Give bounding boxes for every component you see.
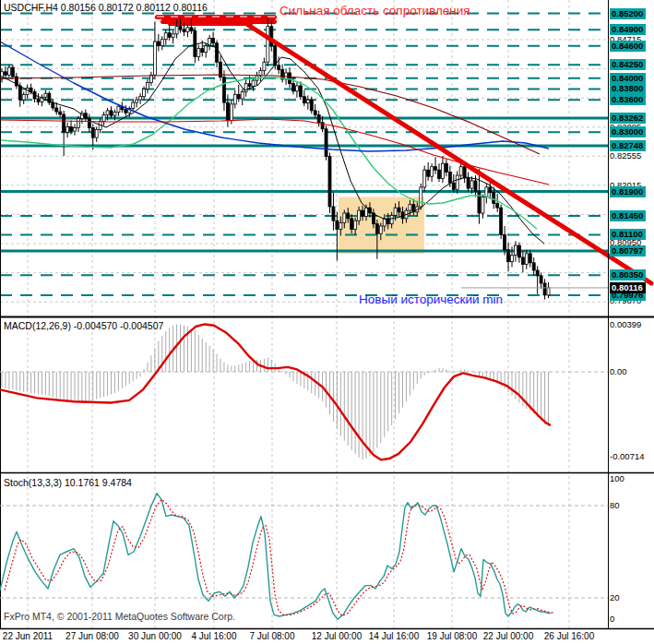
candle-body (274, 46, 277, 66)
candle-body (91, 128, 94, 138)
candle-body (292, 84, 295, 91)
candle-body (161, 40, 163, 46)
candle-body (52, 102, 54, 108)
candle-body (504, 234, 506, 249)
candle-body (95, 129, 98, 137)
stoch-axis-label: 0 (610, 614, 614, 625)
candle-body (448, 173, 451, 184)
candle-body (547, 288, 550, 295)
time-tick-label: 22 Jul 00:00 (475, 631, 541, 641)
candle-body (431, 167, 434, 177)
candle-body (438, 170, 441, 178)
candle-body (143, 89, 146, 96)
candle-body (493, 193, 495, 204)
macd-axis-label: -0.00714 (610, 451, 645, 462)
candle-body (259, 71, 262, 76)
candle-body (536, 270, 539, 276)
candle-body (328, 157, 331, 207)
candle-body (222, 78, 225, 102)
candle-body (110, 111, 113, 115)
candle-body (201, 49, 204, 53)
candle-body (379, 226, 382, 233)
candle-body (470, 181, 473, 188)
candle-body (59, 112, 62, 114)
resistance-annotation[interactable]: Сильная область сопротивления (279, 4, 470, 18)
candle-body (252, 80, 255, 86)
candle-body (117, 106, 120, 112)
price-level-label: 0.83600 (610, 94, 646, 105)
current-price-label: 0.80116 (610, 282, 646, 293)
candle-body (339, 223, 342, 230)
candle-body (336, 221, 339, 229)
candle-body (136, 100, 138, 102)
time-tick-label: 14 Jul 16:00 (361, 631, 427, 641)
candle-body (70, 126, 73, 131)
candle-body (482, 197, 484, 213)
candle-body (190, 28, 193, 31)
candle-body (186, 28, 189, 32)
price-level-label: 0.80797 (610, 245, 646, 256)
candle-body (197, 49, 200, 57)
price-level-label: 0.81100 (610, 229, 646, 240)
candle-body (351, 219, 353, 230)
candle-body (216, 43, 219, 62)
candle-body (314, 111, 316, 115)
candle-body (398, 208, 400, 212)
candle-body (113, 113, 116, 116)
candle-body (74, 128, 77, 132)
candle-body (44, 93, 47, 97)
new-min-annotation[interactable]: Новый исторический min (359, 292, 503, 306)
candle-body (77, 119, 79, 128)
candle-body (22, 94, 25, 100)
price-level-label: 0.83262 (610, 113, 646, 124)
candle-body (179, 27, 182, 30)
stoch-axis-label: 20 (610, 592, 620, 603)
time-tick-label: 30 Jun 00:00 (122, 631, 188, 641)
stoch-axis-label: 100 (610, 473, 624, 484)
candle-body (233, 94, 236, 104)
candle-body (37, 99, 40, 102)
price-level-label: 0.84250 (610, 59, 646, 70)
candle-body (489, 187, 492, 193)
candle-body (226, 102, 229, 120)
candle-body (147, 82, 149, 89)
candle-body (354, 221, 357, 229)
candle-body (11, 67, 14, 77)
candle-body (106, 111, 109, 115)
macd-axis-label: 0.00 (610, 366, 627, 377)
price-level-label: 0.84600 (610, 41, 646, 52)
candle-body (540, 276, 542, 283)
stoch-signal-line (5, 499, 553, 615)
candle-body (517, 245, 520, 257)
mt4-chart-window: USDCHF,H4 0.80156 0.80172 0.80112 0.8011… (0, 0, 654, 644)
candle-body (332, 207, 335, 221)
candle-body (478, 192, 481, 213)
candle-body (205, 46, 208, 53)
candle-body (511, 256, 514, 262)
price-level-label: 0.81450 (610, 210, 646, 221)
candle-body (362, 210, 364, 216)
candle-body (157, 42, 160, 46)
price-level-label: 0.81900 (610, 186, 646, 197)
candle-body (409, 205, 411, 210)
stoch-axis-label: 80 (610, 500, 620, 511)
candle-body (521, 257, 524, 265)
candle-body (390, 215, 393, 223)
candle-body (55, 108, 58, 112)
candle-body (310, 100, 313, 111)
candle-body (420, 187, 422, 207)
candle-body (394, 208, 397, 215)
candle-body (365, 208, 368, 216)
candle-body (434, 167, 437, 171)
candle-body (496, 203, 499, 208)
price-level-label: 0.83800 (610, 83, 646, 94)
candle-body (325, 129, 327, 157)
time-tick-label: 22 Jun 2011 (0, 631, 61, 641)
candle-body (18, 86, 21, 100)
stoch-indicator-label: Stoch(13,3,3) 10.1761 9.4784 (4, 477, 132, 488)
candle-body (347, 213, 350, 219)
candle-body (30, 88, 32, 91)
candle-body (183, 30, 185, 31)
candle-body (375, 224, 378, 234)
candle-body (532, 263, 535, 270)
